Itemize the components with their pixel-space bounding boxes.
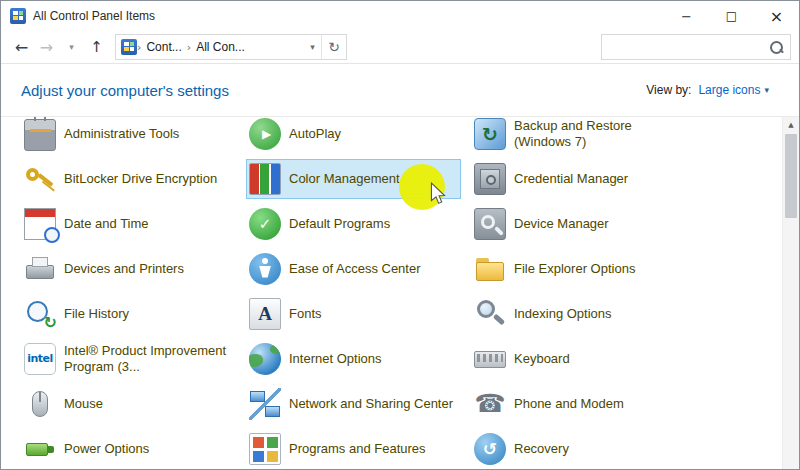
scrollbar[interactable] bbox=[782, 117, 799, 469]
control-panel-item-label: AutoPlay bbox=[289, 126, 341, 142]
control-panel-item-label: Mouse bbox=[64, 396, 103, 412]
autoplay-icon bbox=[249, 118, 281, 150]
back-button[interactable] bbox=[9, 35, 34, 60]
control-panel-items-grid: Administrative Tools AutoPlay Backup and… bbox=[1, 116, 799, 469]
network-sharing-icon bbox=[249, 388, 281, 420]
control-panel-item-label: Administrative Tools bbox=[64, 126, 179, 142]
control-panel-item[interactable]: Credential Manager bbox=[471, 159, 686, 199]
navigation-toolbar: Cont... All Con... bbox=[1, 31, 799, 64]
close-button[interactable] bbox=[754, 1, 799, 31]
control-panel-item-label: Fonts bbox=[289, 306, 322, 322]
breadcrumb-segment-all-items[interactable]: All Con... bbox=[191, 40, 250, 54]
programs-features-icon bbox=[249, 433, 281, 465]
mouse-icon bbox=[24, 388, 56, 420]
control-panel-item[interactable]: File History bbox=[21, 294, 236, 334]
control-panel-item-label: Color Management bbox=[289, 171, 400, 187]
control-panel-item[interactable]: Backup and Restore (Windows 7) bbox=[471, 116, 686, 154]
forward-button[interactable] bbox=[34, 35, 59, 60]
control-panel-item[interactable]: Mouse bbox=[21, 384, 236, 424]
titlebar: All Control Panel Items bbox=[1, 1, 799, 31]
keyboard-icon bbox=[474, 343, 506, 375]
control-panel-item-label: Recovery bbox=[514, 441, 569, 457]
control-panel-item-label: Date and Time bbox=[64, 216, 149, 232]
view-by-dropdown[interactable]: Large icons bbox=[698, 83, 769, 97]
window-controls bbox=[664, 1, 799, 31]
control-panel-item[interactable]: Devices and Printers bbox=[21, 249, 236, 289]
control-panel-item[interactable]: Programs and Features bbox=[246, 429, 461, 469]
view-by-label: View by: bbox=[646, 83, 691, 97]
page-header: Adjust your computer's settings View by:… bbox=[1, 64, 799, 116]
device-manager-icon bbox=[474, 208, 506, 240]
control-panel-item[interactable]: BitLocker Drive Encryption bbox=[21, 159, 236, 199]
ease-of-access-icon bbox=[249, 253, 281, 285]
view-by-control: View by: Large icons bbox=[646, 83, 769, 97]
address-bar[interactable]: Cont... All Con... bbox=[115, 34, 347, 60]
control-panel-item[interactable]: Network and Sharing Center bbox=[246, 384, 461, 424]
control-panel-item-label: Phone and Modem bbox=[514, 396, 624, 412]
date-time-icon bbox=[24, 208, 56, 240]
control-panel-item[interactable]: Recovery bbox=[471, 429, 686, 469]
phone-modem-icon bbox=[474, 388, 506, 420]
control-panel-item[interactable]: Device Manager bbox=[471, 204, 686, 244]
power-options-icon bbox=[24, 433, 56, 465]
control-panel-item-label: Power Options bbox=[64, 441, 149, 457]
devices-printers-icon bbox=[24, 253, 56, 285]
administrative-tools-icon bbox=[24, 119, 56, 151]
default-programs-icon bbox=[249, 208, 281, 240]
search-box[interactable] bbox=[601, 34, 791, 60]
control-panel-item[interactable]: Phone and Modem bbox=[471, 384, 686, 424]
minimize-button[interactable] bbox=[664, 1, 709, 31]
control-panel-item-label: File History bbox=[64, 306, 129, 322]
control-panel-item-label: Keyboard bbox=[514, 351, 570, 367]
address-history-dropdown[interactable] bbox=[304, 35, 321, 59]
control-panel-item-label: Default Programs bbox=[289, 216, 390, 232]
recent-pages-dropdown[interactable] bbox=[59, 35, 84, 60]
up-button[interactable] bbox=[84, 35, 109, 60]
intel-icon bbox=[24, 343, 56, 375]
refresh-button[interactable] bbox=[321, 35, 346, 59]
control-panel-item[interactable]: AutoPlay bbox=[246, 116, 461, 154]
file-history-icon bbox=[24, 298, 56, 330]
control-panel-item[interactable]: Date and Time bbox=[21, 204, 236, 244]
control-panel-item-label: Intel® Product Improvement Program (3... bbox=[64, 343, 233, 375]
control-panel-item[interactable]: Indexing Options bbox=[471, 294, 686, 334]
color-management-icon bbox=[249, 163, 281, 195]
indexing-options-icon bbox=[474, 298, 506, 330]
control-panel-window: All Control Panel Items Cont... All Con.… bbox=[0, 0, 800, 470]
window-title: All Control Panel Items bbox=[33, 9, 664, 23]
control-panel-item-label: Device Manager bbox=[514, 216, 609, 232]
search-input[interactable] bbox=[608, 40, 769, 54]
control-panel-item[interactable]: Keyboard bbox=[471, 339, 686, 379]
page-title: Adjust your computer's settings bbox=[21, 82, 646, 99]
control-panel-item[interactable]: Power Options bbox=[21, 429, 236, 469]
search-icon bbox=[769, 40, 784, 55]
control-panel-item-label: Backup and Restore (Windows 7) bbox=[514, 118, 683, 150]
control-panel-breadcrumb-icon bbox=[121, 39, 137, 55]
maximize-button[interactable] bbox=[709, 1, 754, 31]
control-panel-item-label: Indexing Options bbox=[514, 306, 612, 322]
control-panel-item-label: File Explorer Options bbox=[514, 261, 635, 277]
backup-restore-icon bbox=[474, 118, 506, 150]
recovery-icon bbox=[474, 433, 506, 465]
control-panel-item[interactable]: Administrative Tools bbox=[21, 116, 236, 154]
control-panel-item[interactable]: Ease of Access Center bbox=[246, 249, 461, 289]
fonts-icon bbox=[249, 298, 281, 330]
control-panel-item-label: BitLocker Drive Encryption bbox=[64, 171, 217, 187]
scrollbar-thumb[interactable] bbox=[785, 134, 797, 218]
items-pane: Administrative Tools AutoPlay Backup and… bbox=[1, 116, 799, 469]
control-panel-item[interactable]: File Explorer Options bbox=[471, 249, 686, 289]
file-explorer-options-icon bbox=[474, 253, 506, 285]
control-panel-item-label: Internet Options bbox=[289, 351, 382, 367]
control-panel-item[interactable]: Default Programs bbox=[246, 204, 461, 244]
control-panel-item[interactable]: Fonts bbox=[246, 294, 461, 334]
breadcrumb-segment-control-panel[interactable]: Cont... bbox=[141, 40, 186, 54]
scroll-up-arrow[interactable] bbox=[783, 117, 799, 133]
internet-options-icon bbox=[249, 343, 281, 375]
control-panel-item[interactable]: Internet Options bbox=[246, 339, 461, 379]
bitlocker-icon bbox=[24, 163, 56, 195]
control-panel-item-label: Ease of Access Center bbox=[289, 261, 421, 277]
control-panel-item[interactable]: Color Management bbox=[246, 159, 461, 199]
control-panel-item-label: Programs and Features bbox=[289, 441, 426, 457]
credential-manager-icon bbox=[474, 163, 506, 195]
control-panel-item[interactable]: Intel® Product Improvement Program (3... bbox=[21, 339, 236, 379]
